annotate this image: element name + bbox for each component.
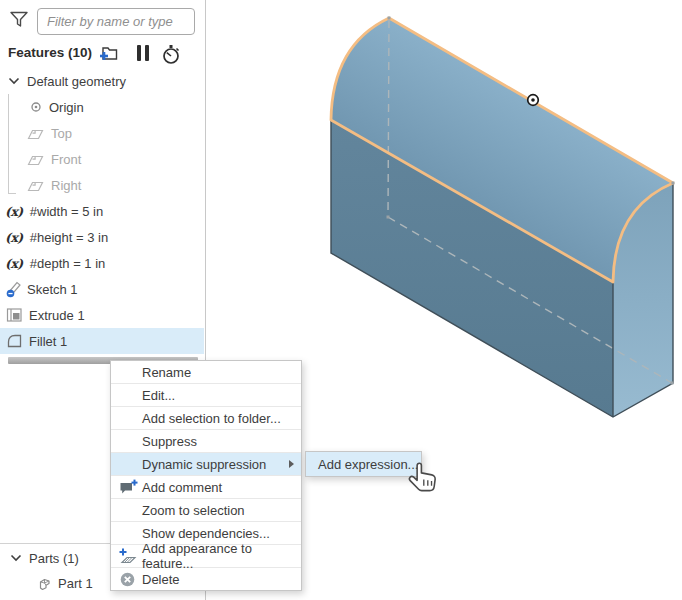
tree-item-variable-height[interactable]: (x) #height = 3 in (0, 224, 204, 250)
sketch-icon (5, 280, 23, 298)
delete-icon (119, 571, 136, 588)
tree-item-front-plane[interactable]: Front (0, 146, 204, 172)
pause-icon[interactable] (136, 44, 150, 62)
mouse-cursor-icon (407, 461, 439, 496)
filter-input[interactable] (37, 8, 195, 35)
tree-item-origin[interactable]: Origin (0, 94, 204, 120)
tree-item-sketch-1[interactable]: Sketch 1 (0, 276, 204, 302)
plane-icon (27, 152, 44, 167)
menu-item-add-comment[interactable]: Add comment (111, 476, 301, 499)
variable-icon: (x) (5, 230, 23, 245)
comment-plus-icon (119, 479, 138, 496)
tree-item-extrude-1[interactable]: Extrude 1 (0, 302, 204, 328)
tree-item-right-plane[interactable]: Right (0, 172, 204, 198)
fillet-icon (6, 333, 23, 349)
menu-item-add-expression[interactable]: Add expression... (306, 452, 421, 476)
tree-item-variable-depth[interactable]: (x) #depth = 1 in (0, 250, 204, 276)
context-menu: Rename Edit... Add selection to folder..… (110, 360, 302, 591)
tree-item-default-geometry[interactable]: Default geometry (0, 68, 204, 94)
chevron-down-icon[interactable] (8, 77, 20, 85)
features-header: Features (10) (8, 45, 92, 60)
plane-icon (27, 178, 44, 193)
menu-item-edit[interactable]: Edit... (111, 384, 301, 407)
dynamic-suppression-submenu: Add expression... (305, 451, 422, 477)
part-icon (36, 575, 54, 592)
menu-item-suppress[interactable]: Suppress (111, 430, 301, 453)
menu-item-zoom-to-selection[interactable]: Zoom to selection (111, 499, 301, 522)
stopwatch-icon[interactable] (161, 44, 182, 65)
variable-icon: (x) (5, 204, 23, 219)
plane-icon (27, 126, 44, 141)
appearance-plus-icon (119, 548, 138, 565)
variable-icon: (x) (5, 256, 23, 271)
menu-item-add-appearance-to-feature[interactable]: Add appearance to feature... (111, 545, 301, 568)
menu-item-rename[interactable]: Rename (111, 361, 301, 384)
onshape-feature-panel-screen: Features (10) Default geometry (0, 0, 682, 600)
tree-item-variable-width[interactable]: (x) #width = 5 in (0, 198, 204, 224)
funnel-icon (9, 10, 29, 30)
menu-item-delete[interactable]: Delete (111, 568, 301, 590)
chevron-down-icon[interactable] (10, 554, 22, 562)
menu-item-add-selection-to-folder[interactable]: Add selection to folder... (111, 407, 301, 430)
submenu-arrow-icon (289, 460, 294, 468)
origin-icon (30, 101, 42, 113)
extrude-icon (6, 307, 23, 323)
tree-item-top-plane[interactable]: Top (0, 120, 204, 146)
tree-item-fillet-1[interactable]: Fillet 1 (0, 328, 204, 354)
add-folder-icon[interactable] (99, 44, 120, 62)
menu-item-dynamic-suppression[interactable]: Dynamic suppression (111, 453, 301, 476)
edge-point-marker[interactable] (528, 95, 539, 106)
